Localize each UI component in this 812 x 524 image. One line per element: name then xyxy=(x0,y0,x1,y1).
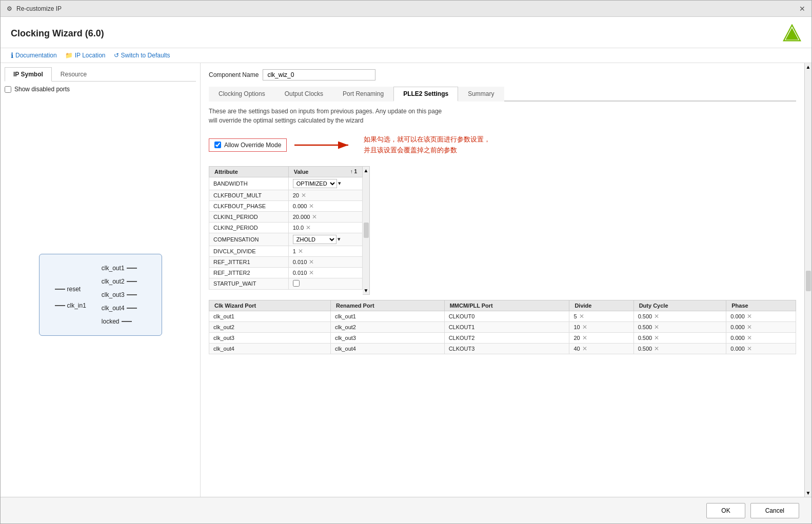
row1-phase-clear[interactable]: ✕ xyxy=(747,313,752,320)
main-content: IP Symbol Resource Show disabled ports xyxy=(1,63,811,497)
clk-out2-line xyxy=(127,281,137,282)
clk-in1-line xyxy=(55,305,65,306)
title-bar: ⚙ Re-customize IP ✕ xyxy=(1,1,811,17)
show-disabled-checkbox[interactable] xyxy=(5,86,11,93)
ip-symbol-area: reset clk_in1 clk_out1 xyxy=(5,97,196,493)
cancel-button[interactable]: Cancel xyxy=(750,503,799,518)
clk-out4-port: clk_out4 xyxy=(102,305,137,312)
main-scroll-up[interactable]: ▲ xyxy=(806,64,811,70)
arrow-area xyxy=(292,137,353,153)
reset-port: reset xyxy=(55,286,86,293)
renamed-port-header: Renamed Port xyxy=(331,300,445,311)
row3-duty-clear[interactable]: ✕ xyxy=(654,334,659,341)
left-panel: IP Symbol Resource Show disabled ports xyxy=(1,63,201,497)
table-row: BANDWIDTH OPTIMIZEDLOWHIGH ▾ xyxy=(209,177,363,190)
ip-location-button[interactable]: 📁 IP Location xyxy=(65,52,106,59)
row3-phase-clear[interactable]: ✕ xyxy=(747,334,752,341)
table-row: DIVCLK_DIVIDE 1 ✕ xyxy=(209,246,363,256)
folder-icon: 📁 xyxy=(65,52,73,59)
component-name-input[interactable] xyxy=(263,69,375,80)
compensation-select[interactable]: ZHOLDINTERNALEXTERNAL xyxy=(293,235,336,244)
mmcm-pll-port-header: MMCM/PLL Port xyxy=(444,300,569,311)
table-row: REF_JITTER2 0.010 ✕ xyxy=(209,267,363,278)
tab-output-clocks[interactable]: Output Clocks xyxy=(275,87,333,102)
table-row: STARTUP_WAIT xyxy=(209,278,363,289)
xilinx-logo xyxy=(783,24,801,43)
tab-clocking-options[interactable]: Clocking Options xyxy=(209,87,275,102)
table-row: clk_out4 clk_out4 CLKOUT3 40 ✕ xyxy=(209,343,796,354)
attr-col-header: Attribute xyxy=(209,166,289,177)
annotation-text: 如果勾选，就可以在该页面进行参数设置，并且该设置会覆盖掉之前的参数 xyxy=(364,134,490,156)
row1-divide-clear[interactable]: ✕ xyxy=(579,313,584,320)
attr-table: Attribute Value ↑ 1 xyxy=(209,166,363,290)
clk-wizard-port-header: Clk Wizard Port xyxy=(209,300,331,311)
table-row: clk_out1 clk_out1 CLKOUT0 5 ✕ xyxy=(209,311,796,321)
show-disabled-label: Show disabled ports xyxy=(14,86,70,93)
clkin2-period-clear[interactable]: ✕ xyxy=(306,224,311,231)
tab-port-renaming[interactable]: Port Renaming xyxy=(333,87,393,102)
main-window: ⚙ Re-customize IP ✕ Clocking Wizard (6.0… xyxy=(0,0,812,524)
tab-ip-symbol[interactable]: IP Symbol xyxy=(5,67,52,82)
startup-wait-checkbox[interactable] xyxy=(293,280,300,287)
locked-line xyxy=(122,321,132,322)
row1-duty-clear[interactable]: ✕ xyxy=(654,313,659,320)
row2-divide-clear[interactable]: ✕ xyxy=(582,324,587,331)
bandwidth-dropdown-icon: ▾ xyxy=(338,180,341,187)
row4-divide-clear[interactable]: ✕ xyxy=(582,345,587,352)
attr-scroll-down[interactable]: ▼ xyxy=(364,288,369,293)
clkfbout-phase-clear[interactable]: ✕ xyxy=(309,203,314,210)
info-icon: ℹ xyxy=(11,51,13,59)
override-label: Allow Override Mode xyxy=(224,142,281,149)
ref-jitter2-clear[interactable]: ✕ xyxy=(309,269,314,276)
ok-button[interactable]: OK xyxy=(706,503,745,518)
clk-out2-port: clk_out2 xyxy=(102,278,137,285)
row4-phase-clear[interactable]: ✕ xyxy=(747,345,752,352)
component-name-row: Component Name xyxy=(209,69,796,80)
bandwidth-select[interactable]: OPTIMIZEDLOWHIGH xyxy=(293,179,337,188)
row3-divide-clear[interactable]: ✕ xyxy=(582,334,587,341)
row2-phase-clear[interactable]: ✕ xyxy=(747,324,752,331)
clk-out3-line xyxy=(127,294,137,295)
clk-out1-port: clk_out1 xyxy=(102,265,137,272)
close-button[interactable]: ✕ xyxy=(799,5,805,13)
main-scrollbar-thumb xyxy=(806,271,811,291)
value-col-header: Value ↑ 1 xyxy=(288,166,362,177)
override-checkbox-container: Allow Override Mode xyxy=(209,138,287,152)
ref-jitter1-clear[interactable]: ✕ xyxy=(309,258,314,266)
table-row: REF_JITTER1 0.010 ✕ xyxy=(209,256,363,267)
clk-output-table: Clk Wizard Port Renamed Port MMCM/PLL Po… xyxy=(209,300,796,354)
attr-scrollbar-thumb xyxy=(364,223,369,238)
row4-duty-clear[interactable]: ✕ xyxy=(654,345,659,352)
clk-out3-port: clk_out3 xyxy=(102,291,137,298)
divclk-divide-clear[interactable]: ✕ xyxy=(298,248,303,255)
red-arrow-svg xyxy=(292,137,353,153)
duty-cycle-header: Duty Cycle xyxy=(633,300,726,311)
window-title: Re-customize IP xyxy=(16,5,62,12)
config-content: These are the settings based on inputs f… xyxy=(209,107,796,491)
main-scroll-down[interactable]: ▼ xyxy=(806,490,811,496)
allow-override-checkbox[interactable] xyxy=(214,142,221,148)
ip-block: reset clk_in1 clk_out1 xyxy=(39,254,162,336)
row2-duty-clear[interactable]: ✕ xyxy=(654,324,659,331)
clkin1-period-clear[interactable]: ✕ xyxy=(312,213,317,220)
info-text: These are the settings based on inputs f… xyxy=(209,107,796,125)
title-bar-left: ⚙ Re-customize IP xyxy=(7,5,62,12)
attr-scroll-up[interactable]: ▲ xyxy=(364,168,369,173)
component-name-label: Component Name xyxy=(209,71,259,78)
ip-inputs: reset clk_in1 xyxy=(55,280,86,309)
comp-dropdown-icon: ▾ xyxy=(338,236,341,243)
locked-port: locked xyxy=(102,318,137,325)
tab-summary[interactable]: Summary xyxy=(458,87,504,102)
switch-defaults-button[interactable]: ↺ Switch to Defaults xyxy=(114,52,170,59)
clkfbout-mult-clear[interactable]: ✕ xyxy=(301,192,306,199)
table-row: clk_out2 clk_out2 CLKOUT1 10 ✕ xyxy=(209,321,796,332)
panel-tabs: IP Symbol Resource xyxy=(5,67,196,82)
documentation-button[interactable]: ℹ Documentation xyxy=(11,51,57,59)
attr-table-section: Attribute Value ↑ 1 xyxy=(209,166,796,295)
clk-out1-line xyxy=(127,268,137,269)
tab-resource[interactable]: Resource xyxy=(52,67,95,82)
bottom-bar: OK Cancel xyxy=(1,497,811,523)
table-row: CLKFBOUT_PHASE 0.000 ✕ xyxy=(209,200,363,211)
divide-header: Divide xyxy=(569,300,633,311)
tab-plle2-settings[interactable]: PLLE2 Settings xyxy=(393,87,458,102)
